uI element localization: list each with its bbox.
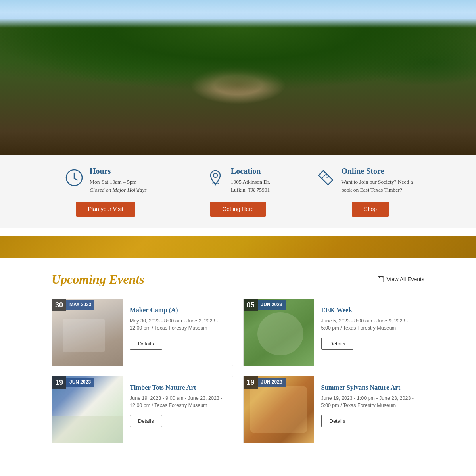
- hero-image: [0, 0, 476, 155]
- divider-2: [304, 176, 304, 207]
- event-image-wrap-3: 19 JUN 2023: [52, 376, 123, 443]
- event-badge-4: 19 JUN 2023: [244, 376, 286, 389]
- event-meta-1: May 30, 2023 - 8:00 am - June 2, 2023 - …: [130, 317, 226, 332]
- event-badge-1: 30 MAY 2023: [52, 299, 94, 311]
- svg-line-5: [322, 174, 326, 178]
- events-header: Upcoming Events View All Events: [52, 272, 424, 287]
- svg-point-3: [213, 173, 217, 177]
- store-title: Online Store: [341, 167, 424, 176]
- svg-rect-6: [378, 277, 383, 282]
- event-meta-2: June 5, 2023 - 8:00 am - June 9, 2023 - …: [321, 317, 417, 332]
- event-card-1: 30 MAY 2023 Maker Camp (A) May 30, 2023 …: [52, 299, 233, 366]
- event-content-4: Summer Sylvans Nature Art June 19, 2023 …: [314, 376, 424, 433]
- event-day-3: 19: [52, 376, 66, 389]
- getting-here-button[interactable]: Getting Here: [210, 202, 265, 217]
- clock-icon: [65, 168, 84, 187]
- event-content-1: Maker Camp (A) May 30, 2023 - 8:00 am - …: [123, 299, 233, 356]
- location-section: Location 1905 Atkinson Dr. Lufkin, TX 75…: [184, 167, 292, 217]
- shop-button[interactable]: Shop: [352, 202, 389, 217]
- event-name-1: Maker Camp (A): [130, 306, 226, 314]
- hours-title: Hours: [90, 167, 147, 176]
- details-button-2[interactable]: Details: [321, 338, 354, 350]
- event-card-3: 19 JUN 2023 Timber Tots Nature Art June …: [52, 376, 233, 443]
- hero-banner: [0, 0, 476, 155]
- location-icon: [206, 168, 225, 187]
- event-day-1: 30: [52, 299, 66, 311]
- location-line1: 1905 Atkinson Dr.: [231, 178, 270, 186]
- gold-bar-decoration: [0, 236, 476, 258]
- event-image-wrap-2: 05 JUN 2023: [244, 299, 314, 366]
- divider-1: [172, 176, 172, 207]
- events-grid: 30 MAY 2023 Maker Camp (A) May 30, 2023 …: [52, 299, 424, 443]
- store-section: Online Store Want to Join our Society? N…: [316, 167, 424, 217]
- event-month-2: JUN 2023: [258, 300, 286, 310]
- event-meta-4: June 19, 2023 - 1:00 pm - June 23, 2023 …: [321, 395, 417, 410]
- store-desc: Want to Join our Society? Need a book on…: [341, 178, 424, 194]
- info-bar: Hours Mon-Sat 10am – 5pm Closed on Major…: [0, 155, 476, 228]
- events-section: Upcoming Events View All Events 30: [0, 258, 476, 463]
- view-all-label: View All Events: [387, 276, 424, 282]
- event-name-2: EEK Week: [321, 306, 417, 314]
- svg-point-4: [326, 175, 328, 177]
- events-title: Upcoming Events: [52, 272, 144, 287]
- event-card-2: 05 JUN 2023 EEK Week June 5, 2023 - 8:00…: [243, 299, 425, 366]
- event-content-3: Timber Tots Nature Art June 19, 2023 - 9…: [123, 376, 233, 433]
- hours-line2: Closed on Major Holidays: [90, 186, 147, 194]
- event-month-4: JUN 2023: [258, 378, 286, 387]
- svg-line-2: [74, 178, 77, 180]
- details-button-1[interactable]: Details: [130, 338, 162, 350]
- event-day-4: 19: [244, 376, 258, 389]
- plan-visit-button[interactable]: Plan your Visit: [76, 202, 135, 217]
- details-button-4[interactable]: Details: [321, 415, 354, 427]
- hours-section: Hours Mon-Sat 10am – 5pm Closed on Major…: [52, 167, 160, 217]
- event-meta-3: June 19, 2023 - 9:00 am - June 23, 2023 …: [130, 395, 226, 410]
- event-day-2: 05: [244, 299, 258, 311]
- event-image-wrap-4: 19 JUN 2023: [244, 376, 314, 443]
- event-month-3: JUN 2023: [66, 378, 94, 387]
- ticket-icon: [316, 168, 335, 187]
- location-title: Location: [231, 167, 270, 176]
- event-badge-2: 05 JUN 2023: [244, 299, 286, 311]
- event-name-4: Summer Sylvans Nature Art: [321, 384, 417, 392]
- event-name-3: Timber Tots Nature Art: [130, 384, 226, 392]
- event-badge-3: 19 JUN 2023: [52, 376, 94, 389]
- hours-line1: Mon-Sat 10am – 5pm: [90, 178, 147, 186]
- view-all-events-button[interactable]: View All Events: [377, 276, 424, 283]
- event-image-wrap-1: 30 MAY 2023: [52, 299, 123, 366]
- event-month-1: MAY 2023: [66, 300, 94, 310]
- event-content-2: EEK Week June 5, 2023 - 8:00 am - June 9…: [314, 299, 424, 356]
- event-card-4: 19 JUN 2023 Summer Sylvans Nature Art Ju…: [243, 376, 425, 443]
- details-button-3[interactable]: Details: [130, 415, 162, 427]
- location-line2: Lufkin, TX 75901: [231, 186, 270, 194]
- calendar-icon: [377, 276, 384, 283]
